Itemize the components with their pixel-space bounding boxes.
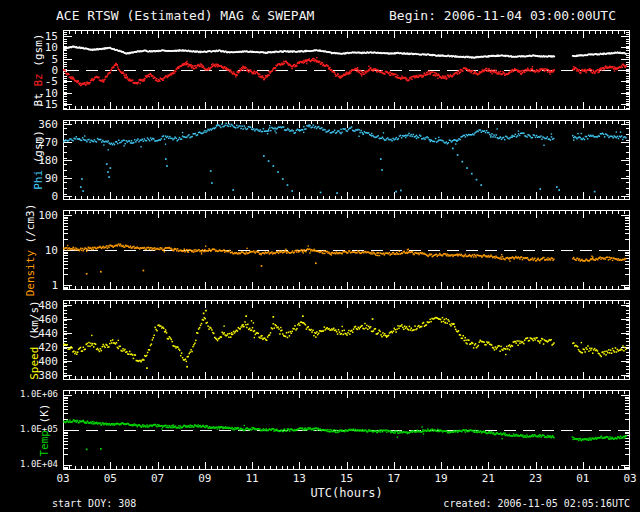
y-tick-label-mag: 10 xyxy=(0,42,58,53)
start-doy-label: start DOY: 308 xyxy=(52,498,136,509)
x-tick-label: 23 xyxy=(522,473,550,485)
panel-density-canvas xyxy=(63,210,630,290)
x-tick-label: 07 xyxy=(144,473,172,485)
y-tick-label-mag: 5 xyxy=(0,54,58,65)
x-tick-label: 13 xyxy=(285,473,313,485)
y-axis-title-mag: Bt Bz (gsm) xyxy=(32,34,45,107)
created-timestamp: created: 2006-11-05 02:05:16UTC xyxy=(443,498,630,509)
y-axis-title-part: Bt xyxy=(32,87,45,107)
panel-phi-canvas xyxy=(63,120,630,200)
panel-temp-canvas xyxy=(63,390,630,470)
y-axis-title-part: (K) xyxy=(38,404,51,424)
x-tick-label: 09 xyxy=(191,473,219,485)
y-tick-label-mag: -15 xyxy=(0,99,58,110)
y-axis-title-speed: Speed (km/s) xyxy=(28,300,41,380)
y-tick-label-temp: 1.0E+04 xyxy=(0,460,58,469)
y-axis-title-part: (gsm) xyxy=(32,34,45,67)
y-axis-title-part: (gsm) xyxy=(32,130,45,163)
x-tick-label: 03 xyxy=(49,473,77,485)
y-tick-label-mag: 15 xyxy=(0,31,58,42)
x-tick-label: 11 xyxy=(238,473,266,485)
begin-timestamp: Begin: 2006-11-04 03:00:00UTC xyxy=(389,8,616,23)
ace-rtsw-swpc-plot: ACE RTSW (Estimated) MAG & SWEPAM Begin:… xyxy=(0,0,640,512)
x-tick-label: 03 xyxy=(616,473,640,485)
y-axis-title-part: Speed xyxy=(28,340,41,380)
y-tick-label-mag: -5 xyxy=(0,76,58,87)
x-tick-label: 15 xyxy=(333,473,361,485)
y-axis-title-part: (/cm3) xyxy=(24,204,37,244)
y-axis-title-part: Bz xyxy=(32,67,45,87)
y-tick-label-mag: -10 xyxy=(0,88,58,99)
y-tick-label-mag: 0 xyxy=(0,65,58,76)
x-tick-label: 01 xyxy=(569,473,597,485)
y-axis-title-temp: Temp (K) xyxy=(38,404,51,457)
plot-title: ACE RTSW (Estimated) MAG & SWEPAM xyxy=(56,8,314,23)
x-tick-label: 05 xyxy=(96,473,124,485)
y-axis-title-part: Phi xyxy=(32,163,45,190)
y-tick-label-phi: 90 xyxy=(0,173,58,184)
y-axis-title-part: (km/s) xyxy=(28,300,41,340)
y-tick-label-phi: 0 xyxy=(0,191,58,202)
y-axis-title-part: Density xyxy=(24,243,37,296)
x-tick-label: 19 xyxy=(427,473,455,485)
x-tick-label: 17 xyxy=(380,473,408,485)
y-tick-label-phi: 270 xyxy=(0,137,58,148)
y-tick-label-phi: 360 xyxy=(0,119,58,130)
x-tick-label: 21 xyxy=(474,473,502,485)
y-axis-title-part: Temp xyxy=(38,423,51,456)
plot-header: ACE RTSW (Estimated) MAG & SWEPAM Begin:… xyxy=(0,8,640,24)
panel-mag-canvas xyxy=(63,30,630,110)
y-axis-title-density: Density (/cm3) xyxy=(24,204,37,297)
y-tick-label-temp: 1.0E+06 xyxy=(0,390,58,399)
y-axis-title-phi: Phi (gsm) xyxy=(32,130,45,190)
y-tick-label-phi: 180 xyxy=(0,155,58,166)
panel-speed-canvas xyxy=(63,300,630,380)
